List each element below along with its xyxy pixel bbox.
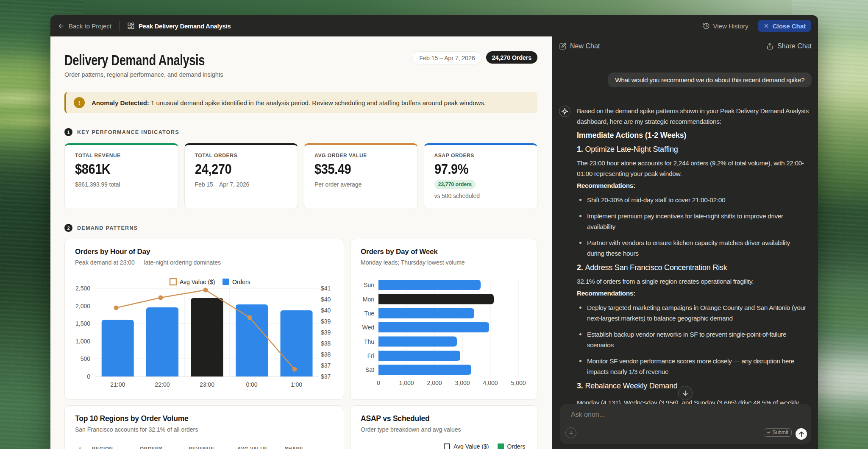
svg-text:Avg Value ($): Avg Value ($) [180, 279, 215, 285]
svg-text:1:00: 1:00 [291, 381, 302, 388]
svg-text:Sun: Sun [364, 282, 374, 288]
svg-text:2,500: 2,500 [75, 285, 90, 292]
svg-text:$38: $38 [321, 340, 331, 347]
svg-text:21:00: 21:00 [110, 381, 125, 388]
svg-text:2,000: 2,000 [75, 303, 90, 310]
svg-text:1,000: 1,000 [75, 338, 90, 345]
svg-text:$39: $39 [321, 329, 331, 336]
svg-text:$37: $37 [321, 362, 331, 369]
svg-text:0: 0 [87, 373, 90, 380]
svg-text:500: 500 [81, 355, 91, 362]
svg-text:0: 0 [377, 379, 380, 386]
svg-text:$40: $40 [321, 307, 331, 314]
svg-text:Fri: Fri [367, 352, 374, 359]
svg-text:$37: $37 [321, 373, 331, 380]
svg-text:5,000: 5,000 [511, 379, 526, 386]
svg-text:$39: $39 [321, 318, 331, 325]
svg-text:0:00: 0:00 [246, 381, 257, 388]
svg-text:1,000: 1,000 [399, 379, 414, 386]
svg-text:$41: $41 [321, 285, 331, 292]
svg-text:$40: $40 [321, 296, 331, 303]
svg-text:$38: $38 [321, 351, 331, 358]
svg-text:Sat: Sat [365, 366, 374, 373]
svg-text:1,500: 1,500 [75, 320, 90, 327]
svg-text:Thu: Thu [364, 338, 374, 345]
svg-text:Tue: Tue [364, 310, 374, 317]
svg-text:Mon: Mon [363, 296, 374, 303]
svg-text:Orders: Orders [232, 279, 250, 285]
svg-text:4,000: 4,000 [483, 379, 498, 386]
svg-text:23:00: 23:00 [200, 381, 214, 388]
svg-text:3,000: 3,000 [455, 379, 470, 386]
svg-text:Wed: Wed [362, 324, 374, 331]
svg-text:22:00: 22:00 [155, 381, 170, 388]
svg-text:2,000: 2,000 [427, 379, 442, 386]
